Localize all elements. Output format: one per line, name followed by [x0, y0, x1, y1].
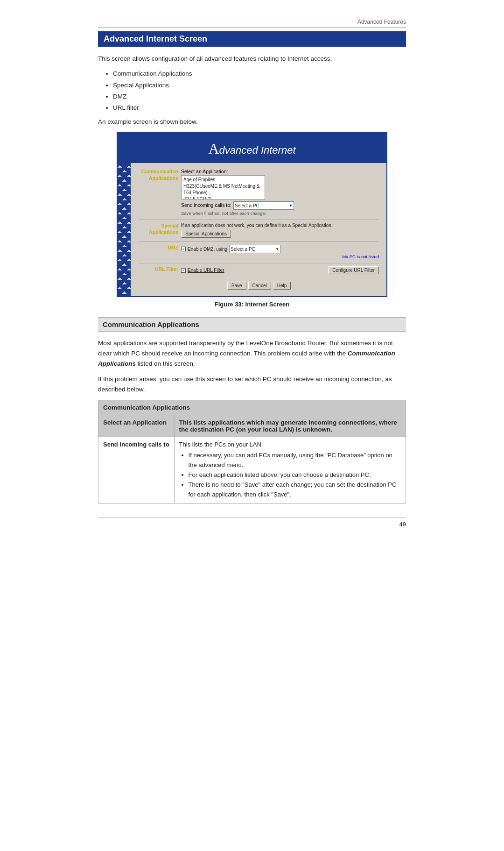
advanced-internet-screen: Advanced Internet CommunicationApplicati… — [117, 132, 387, 297]
comm-applications-table: Communication Applications Select an App… — [98, 400, 406, 504]
subsection-title: Communication Applications — [98, 317, 406, 332]
col1-content-header: This lists applications which may genera… — [174, 415, 406, 437]
section2-para1: Most applications are supported transpar… — [98, 338, 406, 369]
url-enable-text: Enable URL Filter — [188, 268, 224, 273]
col2-label: Send incoming calls to — [98, 437, 175, 504]
bullet-item: For each application listed above, you c… — [189, 470, 401, 480]
table-header: Communication Applications — [98, 400, 406, 415]
select-app-label: Select an Application: — [181, 169, 379, 174]
cancel-button[interactable]: Cancel — [248, 282, 271, 290]
dmz-checkbox[interactable]: ✓ — [181, 247, 186, 251]
col2-content: This lists the PCs on your LAN. If neces… — [174, 437, 406, 504]
list-item: DMZ — [113, 91, 406, 102]
screen-title-a: A — [208, 140, 219, 157]
figure-caption: Figure 33: Internet Screen — [98, 301, 406, 308]
comm-app-label: CommunicationApplications — [139, 169, 181, 181]
application-listbox[interactable]: Age of Empires H323(CUseeME & MS NetMeet… — [181, 175, 265, 199]
list-item: URL filter — [113, 102, 406, 113]
intro-paragraph: This screen allows configuration of all … — [98, 54, 406, 64]
special-app-row: SpecialApplications If an application do… — [139, 223, 379, 238]
special-applications-button[interactable]: Special Applications — [181, 230, 231, 238]
url-filter-row: URL Filter ✓ Enable URL Filter Configure… — [139, 266, 379, 274]
dmz-enable-row: ✓ Enable DMZ, using Select a PC ▼ — [181, 245, 379, 253]
list-item: Communication Applications — [113, 68, 406, 79]
screen-bottom-buttons: Save Cancel Help — [139, 279, 379, 290]
dmz-row: DMZ ✓ Enable DMZ, using Select a PC ▼ My… — [139, 245, 379, 259]
special-app-label: SpecialApplications — [139, 223, 181, 235]
send-calls-select[interactable]: Select a PC ▼ — [233, 201, 294, 210]
save-button[interactable]: Save — [227, 282, 246, 290]
url-filter-label: URL Filter — [139, 266, 181, 273]
col1-header: Select an Application — [98, 415, 175, 437]
dropdown-arrow: ▼ — [289, 204, 293, 208]
page-header-label: Advanced Features — [98, 19, 406, 28]
help-button[interactable]: Help — [273, 282, 291, 290]
url-checkbox[interactable]: ✓ — [181, 268, 186, 273]
col2-text: This lists the PCs on your LAN. — [179, 441, 263, 448]
list-item: Special Applications — [113, 80, 406, 91]
section-title: Advanced Internet Screen — [98, 31, 406, 47]
dmz-label: DMZ — [139, 245, 181, 251]
screen-content-area: CommunicationApplications Select an Appl… — [118, 163, 386, 296]
list-option[interactable]: Age of Empires — [182, 177, 264, 183]
example-label: An example screen is shown below. — [98, 118, 406, 125]
para1-end: listed on this screen. — [136, 360, 195, 367]
feature-list: Communication Applications Special Appli… — [113, 68, 406, 113]
list-option[interactable]: ICU II (ICU 2) — [182, 196, 264, 199]
dmz-enable-text: Enable DMZ, using — [188, 247, 227, 252]
url-filter-enable-row: ✓ Enable URL Filter Configure URL Filter — [181, 266, 379, 274]
special-app-controls: If an application does not work, you can… — [181, 223, 379, 238]
screen-title-rest: dvanced Internet — [219, 144, 296, 156]
col2-bullets: If necessary, you can add PCs manually, … — [189, 451, 401, 499]
dmz-controls: ✓ Enable DMZ, using Select a PC ▼ My PC … — [181, 245, 379, 259]
screen-title-bar: Advanced Internet — [118, 133, 386, 163]
save-note: Save when finished, not after each chang… — [181, 211, 379, 216]
comm-app-row: CommunicationApplications Select an Appl… — [139, 169, 379, 216]
list-option[interactable]: H323(CUseeME & MS NetMeeting & TGI Phone… — [182, 183, 264, 196]
page-number: 49 — [98, 518, 406, 528]
dmz-pc-select[interactable]: Select a PC ▼ — [229, 245, 280, 253]
special-app-text: If an application does not work, you can… — [181, 223, 379, 228]
section2-para2: If this problem arises, you can use this… — [98, 374, 406, 394]
configure-url-filter-button[interactable]: Configure URL Filter — [328, 266, 379, 274]
bullet-item: There is no need to "Save" after each ch… — [189, 480, 401, 500]
dmz-dropdown-arrow: ▼ — [275, 247, 279, 251]
comm-app-controls: Select an Application: Age of Empires H3… — [181, 169, 379, 216]
send-calls-label: Send incoming calls to: — [181, 202, 231, 208]
url-filter-controls: ✓ Enable URL Filter Configure URL Filter — [181, 266, 379, 274]
bullet-item: If necessary, you can add PCs manually, … — [189, 451, 401, 470]
dmz-not-listed-link[interactable]: My PC is not listed — [181, 254, 379, 259]
table-row: Send incoming calls to This lists the PC… — [98, 437, 406, 504]
